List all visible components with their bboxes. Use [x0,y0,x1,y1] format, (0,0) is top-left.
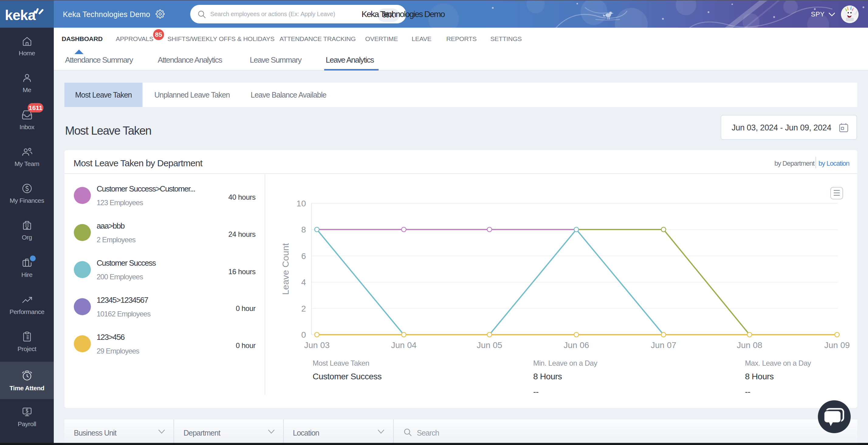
svg-text:Jun 04: Jun 04 [391,340,416,350]
svg-text:0: 0 [301,330,306,339]
svg-text:Jun 05: Jun 05 [477,340,502,350]
svg-text:8: 8 [301,225,306,234]
svg-text:Jun 06: Jun 06 [564,340,589,350]
svg-text:2: 2 [301,304,306,314]
svg-text:4: 4 [301,277,306,287]
svg-text:Jun 08: Jun 08 [737,340,762,350]
svg-text:Leave Count: Leave Count [280,243,290,295]
svg-text:Jun 09: Jun 09 [824,340,850,350]
svg-text:6: 6 [301,251,306,261]
svg-text:10: 10 [297,199,306,208]
svg-text:Jun 03: Jun 03 [304,340,330,350]
svg-text:Jun 07: Jun 07 [651,340,676,350]
